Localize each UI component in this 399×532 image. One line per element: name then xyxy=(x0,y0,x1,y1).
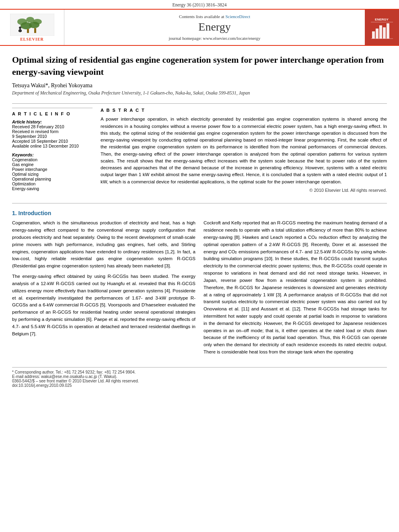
intro-right-column: Cockroft and Kelly reported that an R-GC… xyxy=(204,220,387,359)
journal-center: Contents lists available at ScienceDirec… xyxy=(64,10,365,45)
article-info-heading: A R T I C L E I N F O xyxy=(12,111,93,116)
divider-2 xyxy=(12,203,387,203)
energy-logo-badge: ENERGY xyxy=(368,12,396,43)
footnote-line-2: E-mail address: wakui@ese.me.osakafu-u.a… xyxy=(12,374,387,379)
authors: Tetsuya Wakui*, Ryohei Yokoyama xyxy=(12,82,387,89)
svg-rect-11 xyxy=(21,30,22,32)
received-date: Received 28 February 2010 xyxy=(12,124,93,129)
elsevier-logo-svg xyxy=(10,14,54,36)
intro-section-num: 1. xyxy=(12,210,17,216)
keyword-3: Power interchange xyxy=(12,167,93,172)
energy-badge-svg: ENERGY xyxy=(369,13,395,41)
available-date: Available online 13 December 2010 xyxy=(12,144,93,148)
keywords-list: Cogeneration Gas engine Power interchang… xyxy=(12,157,93,191)
top-bar: Energy 36 (2011) 3816–3824 xyxy=(0,0,399,10)
authors-text: Tetsuya Wakui*, Ryohei Yokoyama xyxy=(12,82,93,88)
elsevier-logo: ELSEVIER xyxy=(10,14,54,41)
svg-rect-15 xyxy=(372,31,375,39)
intro-section-title: 1. Introduction xyxy=(12,210,387,216)
elsevier-wordmark: ELSEVIER xyxy=(20,37,44,41)
footnote-line-3: 0360-5442/$ – see front matter © 2010 El… xyxy=(12,379,387,383)
info-abstract-section: A R T I C L E I N F O Article history: R… xyxy=(12,108,387,195)
journal-title: Energy xyxy=(198,21,230,33)
keyword-2: Gas engine xyxy=(12,162,93,167)
contents-available-line: Contents lists available at ScienceDirec… xyxy=(179,14,250,19)
revised-label: Received in revised form xyxy=(12,129,93,134)
journal-header: ELSEVIER Contents lists available at Sci… xyxy=(0,10,399,46)
journal-homepage: journal homepage: www.elsevier.com/locat… xyxy=(169,36,260,41)
journal-right-logo: ENERGY xyxy=(365,10,399,45)
copyright-line: © 2010 Elsevier Ltd. All rights reserved… xyxy=(101,188,387,193)
abstract-text: A power interchange operation, in which … xyxy=(101,116,387,185)
history-label: Article history: xyxy=(12,119,93,124)
intro-body: Cogeneration, which is the simultaneous … xyxy=(12,220,387,359)
keyword-6: Optimization xyxy=(12,181,93,186)
svg-point-8 xyxy=(19,27,21,29)
svg-rect-6 xyxy=(27,29,29,33)
article-info-column: A R T I C L E I N F O Article history: R… xyxy=(12,108,93,195)
footnote-line-4: doi:10.1016/j.energy.2010.09.025 xyxy=(12,383,387,388)
intro-right-para1: Cockroft and Kelly reported that an R-GC… xyxy=(204,220,387,355)
keyword-5: Operational planning xyxy=(12,177,93,181)
keyword-7: Energy-saving xyxy=(12,186,93,191)
article-history-group: Article history: Received 28 February 20… xyxy=(12,119,93,148)
keywords-label: Keywords: xyxy=(12,152,93,157)
accepted-date: Accepted 18 September 2010 xyxy=(12,139,93,144)
affiliation: Department of Mechanical Engineering, Os… xyxy=(12,90,387,95)
svg-rect-7 xyxy=(34,28,36,33)
revised-date: 9 September 2010 xyxy=(12,134,93,139)
keywords-group: Keywords: Cogeneration Gas engine Power … xyxy=(12,152,93,191)
svg-text:ENERGY: ENERGY xyxy=(375,18,389,21)
svg-point-5 xyxy=(29,22,39,28)
footnote-area: * Corresponding author. Tel.: +81 72 254… xyxy=(12,367,387,388)
main-content: Optimal sizing of residential gas engine… xyxy=(0,46,399,396)
keyword-1: Cogeneration xyxy=(12,157,93,162)
divider-1 xyxy=(12,103,387,104)
svg-rect-16 xyxy=(376,29,378,39)
footnote-line-1: * Corresponding author. Tel.: +81 72 254… xyxy=(12,370,387,374)
sciencedirect-link[interactable]: ScienceDirect xyxy=(225,14,250,19)
keyword-4: Optimal sizing xyxy=(12,172,93,177)
abstract-column: A B S T R A C T A power interchange oper… xyxy=(101,108,387,195)
page: Energy 36 (2011) 3816–3824 xyxy=(0,0,399,532)
journal-volume-info: Energy 36 (2011) 3816–3824 xyxy=(172,2,226,7)
intro-left-para1: Cogeneration, which is the simultaneous … xyxy=(12,220,195,270)
svg-rect-17 xyxy=(379,25,382,39)
intro-section-label: Introduction xyxy=(19,210,51,216)
svg-rect-18 xyxy=(383,27,386,39)
svg-point-2 xyxy=(26,17,34,23)
abstract-heading: A B S T R A C T xyxy=(101,108,387,113)
article-title: Optimal sizing of residential gas engine… xyxy=(12,54,387,78)
svg-rect-19 xyxy=(387,23,389,39)
svg-rect-10 xyxy=(19,30,20,32)
intro-left-column: Cogeneration, which is the simultaneous … xyxy=(12,220,195,359)
elsevier-logo-area: ELSEVIER xyxy=(0,10,64,45)
intro-left-para2: The energy-saving effect obtained by usi… xyxy=(12,273,195,337)
